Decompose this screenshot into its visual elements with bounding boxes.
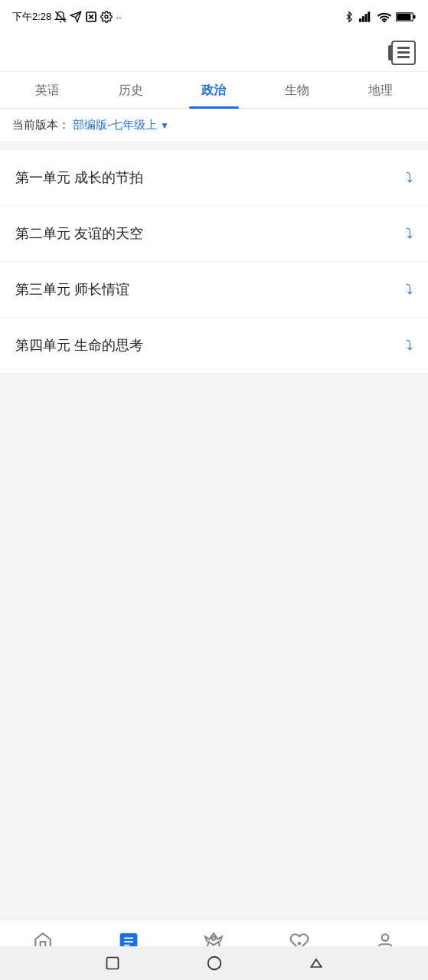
svg-rect-22: [106, 958, 118, 969]
tab-biology[interactable]: 生物: [256, 72, 339, 109]
svg-rect-9: [365, 14, 368, 22]
svg-rect-13: [397, 14, 410, 20]
gesture-square[interactable]: [101, 952, 124, 975]
svg-point-23: [207, 957, 221, 970]
unit-arrow-3: ⤵: [406, 282, 413, 298]
tab-politics[interactable]: 政治: [172, 72, 256, 109]
send-icon: [70, 11, 82, 23]
tab-history[interactable]: 历史: [90, 72, 173, 109]
status-dots: ··: [116, 11, 121, 23]
signal-icon: [359, 11, 373, 22]
svg-rect-7: [359, 18, 361, 22]
unit-title-2: 第二单元 友谊的天空: [15, 224, 143, 243]
svg-rect-10: [368, 11, 370, 22]
unit-title-1: 第一单元 成长的节拍: [15, 168, 143, 187]
close-square-icon: [85, 11, 97, 23]
unit-item-4[interactable]: 第四单元 生命的思考 ⤵: [0, 318, 428, 374]
version-value: 部编版-七年级上: [73, 118, 157, 132]
status-bar: 下午2:28 ··: [0, 0, 428, 34]
tab-english[interactable]: 英语: [6, 72, 90, 109]
svg-point-6: [105, 15, 108, 18]
unit-item-3[interactable]: 第三单元 师长情谊 ⤵: [0, 262, 428, 318]
unit-title-4: 第四单元 生命的思考: [15, 336, 143, 354]
section-spacer: [0, 142, 428, 150]
unit-item-1[interactable]: 第一单元 成长的节拍 ⤵: [0, 150, 428, 206]
unit-arrow-1: ⤵: [406, 170, 413, 186]
subject-tabs: 英语 历史 政治 生物 地理: [0, 72, 428, 109]
unit-arrow-4: ⤵: [406, 338, 413, 354]
svg-rect-14: [413, 15, 416, 18]
gesture-triangle[interactable]: [305, 952, 328, 975]
notification-icon: [54, 11, 67, 23]
svg-point-19: [212, 937, 215, 940]
notebook-icon[interactable]: [391, 41, 416, 65]
version-bar[interactable]: 当前版本： 部编版-七年级上 ▼: [0, 109, 428, 142]
version-prefix: 当前版本：: [12, 118, 70, 132]
svg-point-21: [382, 934, 389, 941]
top-icon-bar: [0, 34, 428, 72]
unit-item-2[interactable]: 第二单元 友谊的天空 ⤵: [0, 206, 428, 262]
status-left: 下午2:28 ··: [12, 10, 122, 24]
unit-title-3: 第三单元 师长情谊: [15, 280, 129, 299]
bluetooth-icon: [344, 11, 354, 23]
battery-icon: [396, 11, 416, 22]
unit-arrow-2: ⤵: [406, 226, 413, 242]
settings-icon: [100, 11, 113, 23]
status-right: [344, 11, 416, 23]
svg-point-20: [298, 942, 301, 945]
svg-point-11: [384, 21, 385, 22]
gesture-circle[interactable]: [203, 952, 226, 975]
svg-marker-24: [311, 959, 321, 967]
svg-rect-8: [362, 16, 364, 22]
main-content: 当前版本： 部编版-七年级上 ▼ 第一单元 成长的节拍 ⤵ 第二单元 友谊的天空…: [0, 109, 428, 980]
units-container: 第一单元 成长的节拍 ⤵ 第二单元 友谊的天空 ⤵ 第三单元 师长情谊 ⤵ 第四…: [0, 150, 428, 374]
status-time: 下午2:28: [12, 10, 51, 24]
gesture-bar: [0, 946, 428, 980]
wifi-icon: [377, 11, 391, 22]
version-dropdown-arrow[interactable]: ▼: [160, 120, 169, 131]
tab-geography[interactable]: 地理: [338, 72, 422, 109]
